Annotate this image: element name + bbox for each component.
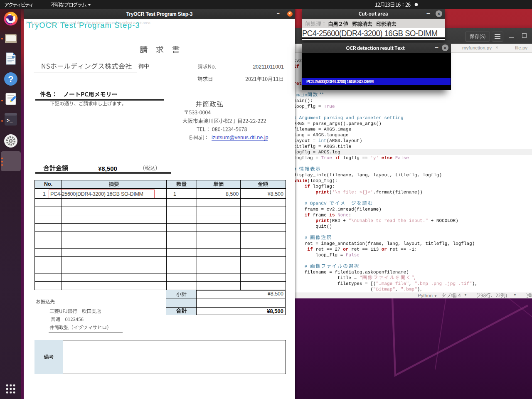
svg-text:>_: >_ xyxy=(7,118,13,124)
svg-text:?: ? xyxy=(8,74,13,84)
